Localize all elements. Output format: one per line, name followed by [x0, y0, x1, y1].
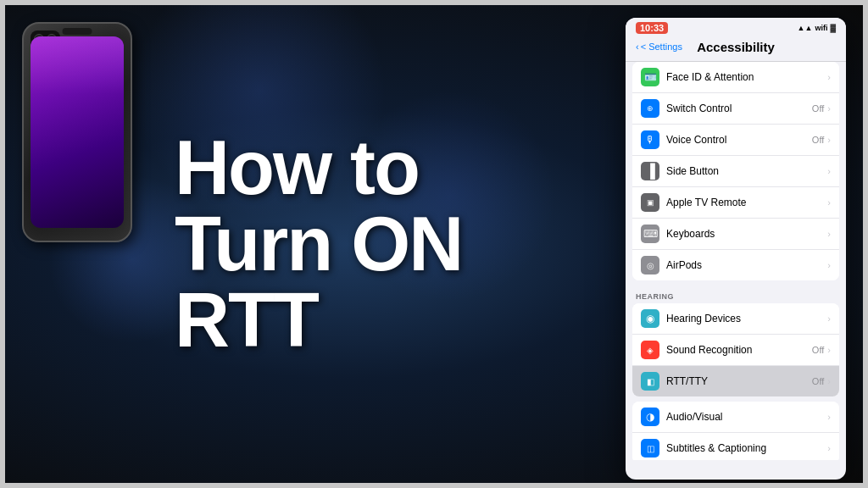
- settings-switch-control[interactable]: ⊕ Switch Control Off ›: [632, 93, 839, 125]
- settings-keyboards[interactable]: ⌨ Keyboards ›: [632, 219, 839, 250]
- hearing-section-header: HEARING: [626, 286, 846, 303]
- iphone-notch: [63, 28, 92, 35]
- media-group: ◑ Audio/Visual › ◫ Subtitles & Captionin…: [632, 402, 839, 460]
- apple-tv-label: Apple TV Remote: [666, 197, 827, 208]
- keyboards-label: Keyboards: [666, 228, 827, 240]
- chevron-icon: ›: [827, 197, 831, 208]
- face-id-icon: 🪪: [641, 68, 659, 86]
- side-button-label: Side Button: [666, 165, 827, 177]
- settings-subtitles[interactable]: ◫ Subtitles & Captioning ›: [632, 433, 839, 460]
- audio-visual-label: Audio/Visual: [666, 411, 827, 423]
- hearing-devices-icon: ◉: [641, 309, 659, 328]
- chevron-icon: ›: [827, 443, 831, 453]
- voice-control-icon: 🎙: [641, 130, 659, 149]
- hearing-group: ◉ Hearing Devices › ◈ Sound Recognition …: [632, 303, 839, 396]
- status-time: 10:33: [636, 22, 668, 34]
- back-label: < Settings: [641, 42, 682, 52]
- airpods-label: AirPods: [666, 259, 827, 271]
- voice-control-label: Voice Control: [666, 134, 812, 146]
- settings-side-button[interactable]: ▐ Side Button ›: [632, 156, 839, 187]
- wifi-icon: wifi: [815, 24, 827, 32]
- settings-audio-visual[interactable]: ◑ Audio/Visual ›: [632, 402, 839, 433]
- face-id-label: Face ID & Attention: [666, 71, 827, 83]
- audio-visual-icon: ◑: [641, 408, 659, 426]
- settings-sound-recognition[interactable]: ◈ Sound Recognition Off ›: [632, 335, 839, 366]
- sound-recognition-value: Off: [812, 345, 824, 355]
- main-container: How to Turn ON RTT 10:33 ▲▲: [5, 5, 863, 483]
- settings-airpods[interactable]: ◎ AirPods ›: [632, 250, 839, 280]
- chevron-icon: ›: [827, 166, 831, 176]
- ios-status-bar: 10:33 ▲▲ wifi ▓: [626, 18, 846, 38]
- switch-control-value: Off: [812, 103, 824, 114]
- rtt-tty-label: RTT/TTY: [666, 375, 812, 387]
- settings-apple-tv[interactable]: ▣ Apple TV Remote ›: [632, 187, 839, 219]
- chevron-icon: ›: [827, 103, 831, 114]
- headline-text: How to Turn ON RTT: [175, 130, 624, 358]
- outer-border: How to Turn ON RTT 10:33 ▲▲: [0, 0, 868, 488]
- battery-icon: ▓: [830, 24, 836, 32]
- subtitles-label: Subtitles & Captioning: [666, 442, 827, 454]
- subtitles-icon: ◫: [641, 439, 659, 458]
- chevron-icon: ›: [827, 345, 831, 355]
- chevron-icon: ›: [827, 412, 831, 422]
- settings-voice-control[interactable]: 🎙 Voice Control Off ›: [632, 125, 839, 156]
- rtt-tty-icon: ◧: [641, 372, 659, 391]
- ios-settings-panel: 10:33 ▲▲ wifi ▓ ‹ < Settings Accessibili…: [626, 18, 846, 480]
- side-button-icon: ▐: [641, 162, 659, 180]
- chevron-icon: ›: [827, 313, 831, 324]
- switch-control-label: Switch Control: [666, 103, 812, 114]
- hearing-devices-label: Hearing Devices: [666, 313, 827, 324]
- headline-line1: How to: [175, 130, 624, 206]
- back-chevron-icon: ‹: [636, 42, 639, 52]
- chevron-icon: ›: [827, 376, 831, 386]
- chevron-icon: ›: [827, 72, 831, 82]
- apple-tv-icon: ▣: [641, 193, 659, 212]
- airpods-icon: ◎: [641, 256, 659, 274]
- chevron-icon: ›: [827, 135, 831, 145]
- signal-icon: ▲▲: [798, 24, 813, 32]
- voice-control-value: Off: [812, 135, 824, 145]
- ios-nav-bar: ‹ < Settings Accessibility: [626, 38, 846, 62]
- status-icons: ▲▲ wifi ▓: [798, 24, 836, 32]
- sound-recognition-icon: ◈: [641, 341, 659, 359]
- settings-face-id[interactable]: 🪪 Face ID & Attention ›: [632, 62, 839, 93]
- keyboards-icon: ⌨: [641, 225, 659, 243]
- chevron-icon: ›: [827, 260, 831, 270]
- chevron-icon: ›: [827, 229, 831, 239]
- settings-hearing-devices[interactable]: ◉ Hearing Devices ›: [632, 303, 839, 335]
- left-text-area: How to Turn ON RTT: [5, 5, 624, 483]
- switch-control-icon: ⊕: [641, 99, 659, 118]
- rtt-tty-value: Off: [812, 376, 824, 386]
- vision-group: 🪪 Face ID & Attention › ⊕ Switch Control…: [632, 62, 839, 280]
- settings-rtt-tty[interactable]: ◧ RTT/TTY Off ›: [632, 366, 839, 396]
- headline-line2: Turn ON: [175, 206, 624, 282]
- ios-settings-list: 🪪 Face ID & Attention › ⊕ Switch Control…: [626, 62, 846, 460]
- sound-recognition-label: Sound Recognition: [666, 344, 812, 356]
- headline-line3: RTT: [175, 282, 624, 358]
